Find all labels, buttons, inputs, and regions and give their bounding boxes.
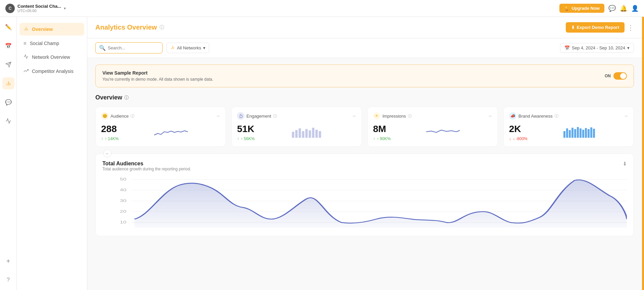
rail-waveform-icon[interactable] <box>2 115 14 127</box>
svg-text:40: 40 <box>120 188 126 192</box>
page-title: Analytics Overview <box>95 24 157 31</box>
rail-calendar-icon[interactable]: 📅 <box>2 40 14 52</box>
sample-report-toggle[interactable] <box>613 72 627 80</box>
svg-rect-26 <box>580 128 582 138</box>
workspace-title: Content Social Cha... <box>17 4 61 9</box>
svg-rect-20 <box>563 131 565 138</box>
sidebar-item-competitor-analysis[interactable]: Competitor Analysis <box>19 65 84 78</box>
brand-value: 2K <box>509 124 527 134</box>
user-icon[interactable]: 👤 <box>631 5 639 12</box>
header-left: Analytics Overview ⓘ <box>95 24 164 31</box>
date-chevron-icon: ▾ <box>627 45 630 50</box>
svg-text:50: 50 <box>120 177 126 181</box>
audiences-subtitle: Total audience growth during the reporti… <box>102 167 191 171</box>
svg-rect-12 <box>295 130 298 138</box>
date-range-label: Sep 4, 2024 - Sep 10, 2024 <box>572 45 625 50</box>
brand-down-icon: ↓ <box>509 136 511 141</box>
audience-icon: 😊 <box>101 112 108 120</box>
main-content: Analytics Overview ⓘ ⬇ Export Demo Repor… <box>87 17 642 290</box>
banner-subtitle: You're currently in demo mode. All data … <box>102 77 213 82</box>
svg-rect-13 <box>299 128 301 138</box>
toggle-knob <box>620 73 626 79</box>
app-body: ✏️ 📅 💬 + ? <box>0 17 644 290</box>
svg-rect-14 <box>302 131 305 138</box>
impressions-arrow-icon[interactable]: → <box>488 113 492 119</box>
audiences-download-icon[interactable]: ⬇ <box>623 161 627 167</box>
date-picker[interactable]: 📅 Sep 4, 2024 - Sep 10, 2024 ▾ <box>560 43 634 53</box>
audience-info-icon[interactable]: ⓘ <box>131 114 134 119</box>
help-icon[interactable]: ? <box>2 274 14 286</box>
svg-rect-27 <box>582 130 584 138</box>
social-champ-icon: ≡ <box>24 40 27 46</box>
audiences-header-text: Total Audiences Total audience growth du… <box>102 161 191 171</box>
svg-rect-29 <box>588 129 590 138</box>
upgrade-button[interactable]: 🏆 Upgrade Now <box>559 4 604 13</box>
sidebar-item-network-overview[interactable]: Network Overview <box>19 51 84 64</box>
svg-rect-23 <box>571 128 573 138</box>
engagement-arrow-icon[interactable]: → <box>352 113 356 119</box>
svg-text:20: 20 <box>120 210 126 213</box>
svg-rect-19 <box>319 131 321 138</box>
sidebar-item-social-champ[interactable]: ≡ Social Champ <box>19 37 84 49</box>
network-dropdown[interactable]: All Networks ▾ <box>167 43 209 53</box>
message-icon[interactable]: 💬 <box>608 5 616 12</box>
impressions-value: 8M <box>373 124 390 134</box>
overview-section: Overview ⓘ 😊 Audience ⓘ → <box>87 94 642 154</box>
bell-icon[interactable]: 🔔 <box>620 5 627 12</box>
page-title-info-icon[interactable]: ⓘ <box>159 25 164 31</box>
download-icon: ⬇ <box>571 25 575 30</box>
svg-rect-24 <box>574 129 576 138</box>
rail-pencil-icon[interactable]: ✏️ <box>2 21 14 33</box>
avatar: C <box>5 4 15 13</box>
sidebar-competitor-label: Competitor Analysis <box>32 69 74 74</box>
search-input[interactable] <box>108 45 159 50</box>
brand-card-header: 📣 Brand Awareness ⓘ → <box>509 112 628 120</box>
brand-sparkline <box>531 125 628 140</box>
sidebar-network-label: Network Overview <box>32 54 70 60</box>
engagement-icon <box>237 112 244 120</box>
audience-card-header: 😊 Audience ⓘ → <box>101 112 220 120</box>
topbar-left: C Content Social Cha... UTC+05:00 ▾ <box>5 4 66 13</box>
svg-text:10: 10 <box>120 220 126 224</box>
impressions-change: ↑ ↑ 90K% <box>373 136 390 141</box>
svg-rect-25 <box>577 127 579 138</box>
profile-search-box[interactable]: 🔍 <box>95 42 163 53</box>
sidebar-collapse-button[interactable]: ← <box>103 150 111 158</box>
sample-report-banner: View Sample Report You're currently in d… <box>95 65 634 87</box>
chevron-down-icon[interactable]: ▾ <box>64 6 66 11</box>
add-icon[interactable]: + <box>2 255 14 267</box>
rail-send-icon[interactable] <box>2 58 14 71</box>
svg-rect-28 <box>585 128 587 138</box>
toggle-on-label: ON <box>605 74 611 78</box>
engagement-change: ↑ ↑ 56K% <box>237 136 255 141</box>
rail-chat-icon[interactable]: 💬 <box>2 96 14 108</box>
right-accent-bar <box>642 17 644 290</box>
sidebar-item-overview[interactable]: Overview <box>19 23 84 36</box>
engagement-card-header: Engagement ⓘ → <box>237 112 356 120</box>
svg-rect-22 <box>569 130 571 138</box>
brand-arrow-icon[interactable]: → <box>624 113 628 119</box>
sidebar-wrapper: Overview ≡ Social Champ Network Overview <box>17 17 87 290</box>
svg-rect-11 <box>292 132 294 138</box>
rail-analytics-icon[interactable] <box>2 77 14 89</box>
filter-bar: 🔍 All Networks ▾ 📅 Sep 4, 2024 - Sep 10,… <box>87 38 642 58</box>
impressions-card: 👁 Impressions ⓘ → 8M ↑ ↑ 90K% <box>367 107 498 147</box>
competitor-icon <box>24 68 29 74</box>
brand-icon: 📣 <box>509 112 516 120</box>
search-icon: 🔍 <box>99 45 106 51</box>
engagement-value: 51K <box>237 124 255 134</box>
svg-rect-31 <box>593 129 595 138</box>
overview-info-icon[interactable]: ⓘ <box>124 95 129 101</box>
audience-arrow-icon[interactable]: → <box>216 113 220 119</box>
engagement-info-icon[interactable]: ⓘ <box>273 114 277 119</box>
impressions-info-icon[interactable]: ⓘ <box>408 114 412 119</box>
export-button[interactable]: ⬇ Export Demo Report <box>566 22 625 33</box>
engagement-sparkline <box>258 125 356 140</box>
brand-info-icon[interactable]: ⓘ <box>555 114 558 119</box>
brand-card-body: 2K ↓ ↓ -800% <box>509 124 628 141</box>
brand-label: 📣 Brand Awareness ⓘ <box>509 112 558 120</box>
trophy-icon: 🏆 <box>564 6 569 11</box>
calendar-icon: 📅 <box>564 45 570 50</box>
more-options-button[interactable]: ⋮ <box>627 24 634 32</box>
audience-label: 😊 Audience ⓘ <box>101 112 134 120</box>
